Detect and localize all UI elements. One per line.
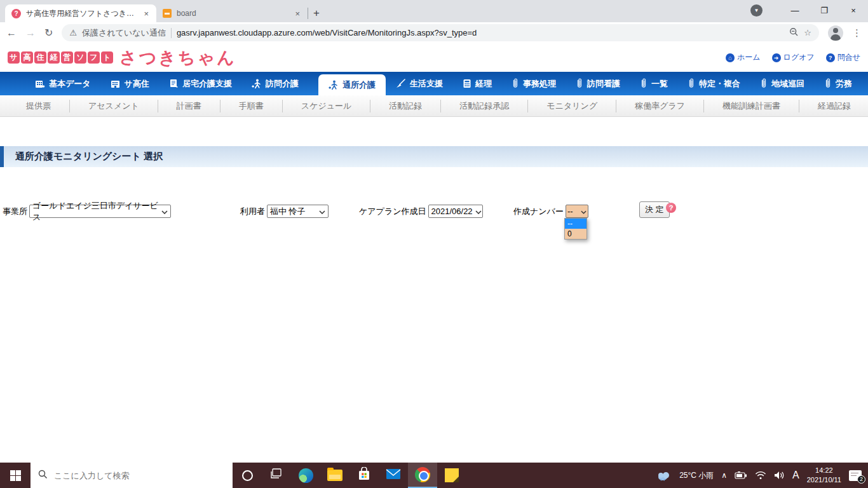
user-select[interactable]: 福中 怜子 (267, 205, 329, 218)
subnav-item-assessment[interactable]: アセスメント (70, 100, 158, 112)
address-bar[interactable]: ⚠ 保護されていない通信 gasrv.japanwest.cloudapp.az… (62, 24, 819, 41)
nav-item-label: 特定・複合 (699, 78, 740, 90)
tab-board[interactable]: board × (156, 4, 308, 22)
weather-icon[interactable] (656, 470, 672, 481)
chrome-taskbar-button[interactable] (408, 463, 437, 488)
nav-item-seikatsu-shien[interactable]: 生活支援 (395, 72, 443, 95)
subnav-item-keika-kiroku[interactable]: 経過記録 (799, 100, 868, 112)
nav-item-homon-kango[interactable]: 訪問看護 (576, 72, 620, 95)
nav-item-basic-data[interactable]: 基本データ (35, 72, 91, 95)
ime-indicator[interactable]: A (792, 470, 799, 481)
minimize-button[interactable]: — (780, 6, 810, 15)
page-title: 通所介護モニタリングシート 選択 (15, 151, 163, 163)
number-select-value: -- (567, 207, 573, 216)
battery-icon[interactable] (735, 471, 747, 479)
chevron-down-icon (319, 207, 325, 216)
sticky-notes-button[interactable] (437, 463, 466, 488)
start-button[interactable] (0, 463, 31, 488)
browser-menu-icon[interactable]: ⋮ (852, 27, 862, 39)
cortana-button[interactable] (233, 463, 262, 488)
nav-item-tsusho-kaigo-active[interactable]: 通所介護 (318, 74, 386, 95)
tab-divider (308, 8, 308, 19)
mail-button[interactable] (379, 463, 408, 488)
task-view-button[interactable] (262, 463, 291, 488)
careplan-date-select[interactable]: 2021/06/22 (428, 205, 483, 218)
forward-icon[interactable]: → (25, 27, 36, 39)
nav-item-label: 事務処理 (523, 78, 556, 90)
close-tab-icon[interactable]: × (142, 9, 150, 18)
tab-satsuki[interactable]: ? サ高住専用経営ソフトさつきちゃん × (5, 4, 156, 22)
subnav-item-kadoritsu-graph[interactable]: 稼働率グラフ (616, 100, 704, 112)
taskbar-clock[interactable]: 14:22 2021/10/11 (807, 466, 841, 485)
user-field-group: 利用者 福中 怜子 (240, 205, 329, 218)
nav-item-jimu-shori[interactable]: 事務処理 (512, 72, 556, 95)
reload-icon[interactable]: ↻ (44, 27, 53, 39)
paperclip-icon (576, 78, 583, 89)
new-tab-button[interactable]: + (313, 7, 320, 20)
subnav-item-schedule[interactable]: スケジュール (283, 100, 371, 112)
subnav-item-keikakusho[interactable]: 計画書 (158, 100, 220, 112)
back-icon[interactable]: ← (6, 27, 17, 39)
tab-search-icon[interactable]: ▼ (750, 4, 763, 17)
nav-item-chiiki-junkai[interactable]: 地域巡回 (760, 72, 804, 95)
profile-avatar[interactable] (828, 25, 843, 41)
number-label: 作成ナンバー (513, 206, 564, 217)
paperclip-icon (512, 78, 519, 89)
file-explorer-button[interactable] (320, 463, 349, 488)
building-icon (111, 79, 121, 88)
dropdown-option-dash[interactable]: -- (565, 219, 587, 229)
bookmark-star-icon[interactable]: ☆ (804, 28, 811, 37)
logo-square: 営 (61, 51, 73, 64)
search-input[interactable] (54, 471, 225, 480)
wifi-icon[interactable] (755, 471, 766, 480)
speaker-icon[interactable] (774, 471, 785, 480)
nav-item-tokutei-fukugo[interactable]: 特定・複合 (688, 72, 740, 95)
document-icon (169, 79, 179, 88)
subnav-item-tejunsho[interactable]: 手順書 (220, 100, 283, 112)
subnav-item-teikyohyo[interactable]: 提供票 (8, 100, 70, 112)
subnav-item-kinou-kunren[interactable]: 機能訓練計画書 (704, 100, 799, 112)
logo-square: サ (8, 51, 20, 64)
nav-item-homon-kaigo[interactable]: 訪問介護 (252, 72, 299, 95)
inquiry-link[interactable]: ? 問合せ (826, 52, 860, 63)
omnibox-divider (171, 28, 172, 38)
nav-item-kyotaku-kaigo[interactable]: 居宅介護支援 (169, 72, 232, 95)
nav-item-ichiran[interactable]: 一覧 (640, 72, 668, 95)
nav-item-label: 労務 (836, 78, 852, 90)
office-select[interactable]: ゴールドエイジ三日市デイサービス (29, 205, 171, 218)
zoom-out-icon[interactable] (789, 27, 799, 39)
close-window-button[interactable]: × (839, 6, 868, 15)
paperclip-icon (824, 78, 832, 89)
app-logo[interactable]: サ 高 住 経 営 ソ フ ト さつきちゃん (8, 46, 236, 69)
notification-center-icon[interactable]: 2 (849, 470, 862, 481)
taskbar-search-box[interactable] (31, 463, 233, 488)
close-tab-icon[interactable]: × (294, 9, 301, 18)
logoff-link[interactable]: ➜ ログオフ (772, 52, 815, 63)
tab-title: board (177, 9, 288, 18)
decide-button[interactable]: 決 定 (639, 201, 670, 218)
logo-square: ソ (74, 51, 86, 64)
careplan-date-label: ケアプラン作成日 (359, 206, 426, 217)
home-link-label: ホーム (737, 52, 761, 63)
calculator-icon (463, 79, 471, 88)
nav-item-sakoju[interactable]: サ高住 (111, 72, 149, 95)
careplan-date-select-value: 2021/06/22 (431, 207, 473, 216)
maximize-button[interactable]: ❐ (810, 6, 839, 15)
nav-item-keiri[interactable]: 経理 (463, 72, 492, 95)
windows-taskbar: 25°C 小雨 ∧ A 14:22 2021/10/11 2 (0, 463, 868, 488)
help-icon[interactable]: ? (666, 203, 676, 213)
tray-chevron-up-icon[interactable]: ∧ (721, 471, 727, 480)
microsoft-store-button[interactable] (349, 463, 379, 488)
dropdown-option-zero[interactable]: 0 (565, 229, 587, 239)
edge-taskbar-button[interactable] (291, 463, 320, 488)
subnav-item-katsudo-kiroku-shonin[interactable]: 活動記録承認 (441, 100, 528, 112)
number-select[interactable]: -- (566, 205, 588, 218)
weather-text[interactable]: 25°C 小雨 (679, 470, 714, 481)
nav-item-romu[interactable]: 労務 (824, 72, 852, 95)
url-text[interactable]: gasrv.japanwest.cloudapp.azure.com/web/V… (177, 28, 784, 37)
home-link[interactable]: ⌂ ホーム (726, 52, 761, 63)
subnav-item-monitoring[interactable]: モニタリング (528, 100, 616, 112)
security-warning-icon[interactable]: ⚠ (69, 28, 77, 37)
sub-nav: 提供票 アセスメント 計画書 手順書 スケジュール 活動記録 活動記録承認 モニ… (0, 95, 868, 117)
subnav-item-katsudo-kiroku[interactable]: 活動記録 (370, 100, 441, 112)
